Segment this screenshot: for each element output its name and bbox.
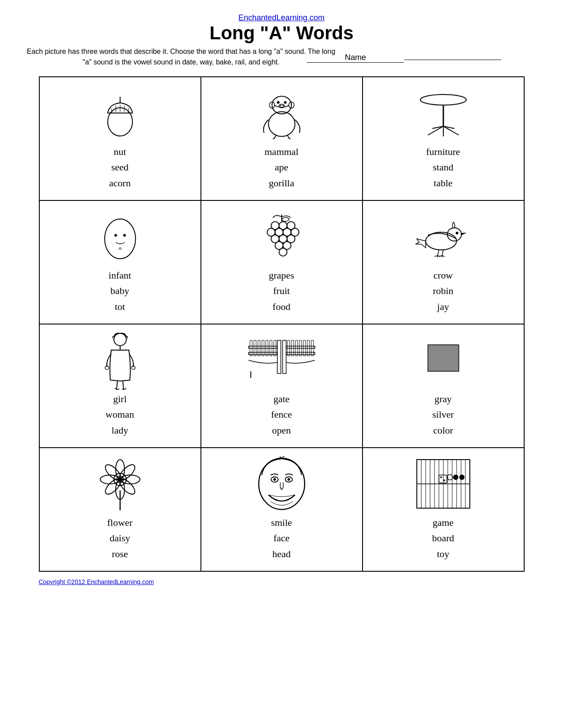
daisy-words: flowerdaisyrose — [107, 515, 132, 562]
svg-line-45 — [442, 250, 443, 256]
svg-point-43 — [456, 232, 458, 234]
svg-point-12 — [280, 105, 281, 106]
baby-image — [98, 210, 142, 263]
gate-words: gatefenceopen — [271, 391, 292, 438]
cell-acorn: nutseedacorn — [39, 77, 201, 200]
game-words: gameboardtoy — [432, 515, 454, 562]
table-image — [417, 87, 470, 140]
cell-face: smilefacehead — [201, 448, 363, 571]
lady-image — [102, 334, 138, 387]
gray-words: graysilvercolor — [432, 391, 454, 438]
svg-point-115 — [443, 479, 445, 481]
gate-image — [246, 334, 317, 387]
svg-point-111 — [453, 475, 458, 480]
svg-point-52 — [114, 333, 126, 346]
svg-point-89 — [103, 462, 123, 482]
cell-gate: gatefenceopen — [201, 324, 363, 448]
grapes-image — [257, 210, 306, 263]
svg-line-51 — [442, 256, 445, 256]
svg-point-42 — [447, 228, 461, 241]
svg-point-16 — [420, 94, 466, 105]
cell-jay: crowrobinjay — [363, 200, 524, 324]
cell-baby: infantbabytot — [39, 200, 201, 324]
cell-ape: mammalapegorilla — [201, 77, 363, 200]
table-words: furniturestandtable — [426, 144, 460, 191]
footer-link[interactable]: Copyright ©2012 EnchantedLearning.com — [39, 578, 154, 585]
instructions: Each picture has three words that descri… — [26, 46, 336, 68]
page-header: EnchantedLearning.com Long "A" Words Eac… — [26, 13, 537, 76]
svg-rect-58 — [249, 346, 277, 348]
svg-point-23 — [105, 219, 136, 259]
jay-image — [415, 210, 472, 263]
svg-point-110 — [447, 475, 453, 480]
svg-line-2 — [116, 106, 116, 112]
svg-rect-59 — [249, 352, 277, 355]
svg-rect-60 — [286, 346, 315, 348]
site-link[interactable]: EnchantedLearning.com — [26, 13, 537, 23]
cell-daisy: flowerdaisyrose — [39, 448, 201, 571]
acorn-image — [100, 87, 140, 140]
svg-point-96 — [287, 478, 290, 481]
svg-point-114 — [440, 476, 442, 478]
svg-rect-80 — [428, 345, 459, 371]
svg-point-13 — [282, 105, 283, 106]
cell-gray: graysilvercolor — [363, 324, 524, 448]
svg-point-10 — [284, 101, 287, 104]
face-words: smilefacehead — [271, 515, 292, 562]
acorn-words: nutseedacorn — [109, 144, 131, 191]
svg-point-112 — [459, 475, 465, 480]
jay-words: crowrobinjay — [433, 268, 453, 314]
word-grid: nutseedacorn — [39, 76, 525, 572]
svg-point-7 — [268, 112, 295, 136]
cell-grapes: grapesfruitfood — [201, 200, 363, 324]
game-image — [415, 457, 472, 510]
cell-game: gameboardtoy — [363, 448, 524, 571]
svg-point-26 — [119, 248, 121, 249]
svg-point-40 — [279, 248, 287, 256]
lady-words: girlwomanlady — [106, 391, 134, 438]
svg-rect-61 — [286, 352, 315, 355]
svg-point-9 — [277, 101, 280, 104]
ape-image — [257, 87, 306, 140]
footer: Copyright ©2012 EnchantedLearning.com — [39, 578, 525, 585]
svg-point-0 — [108, 108, 132, 136]
baby-words: infantbabytot — [109, 268, 131, 314]
svg-line-49 — [439, 256, 442, 256]
svg-line-56 — [117, 381, 117, 389]
svg-rect-113 — [439, 475, 447, 483]
svg-rect-77 — [283, 340, 286, 373]
svg-line-44 — [438, 250, 439, 256]
svg-line-57 — [123, 381, 124, 389]
gray-image — [423, 334, 463, 387]
cell-table: furniturestandtable — [363, 77, 524, 200]
grapes-words: grapesfruitfood — [269, 268, 294, 314]
name-field: Name — [307, 53, 501, 63]
daisy-image — [94, 457, 147, 510]
page-title: Long "A" Words — [26, 23, 537, 44]
cell-lady: girlwomanlady — [39, 324, 201, 448]
svg-rect-76 — [277, 340, 281, 373]
svg-point-24 — [114, 234, 117, 237]
svg-point-25 — [123, 234, 126, 237]
ape-words: mammalapegorilla — [264, 144, 299, 191]
svg-line-4 — [124, 106, 125, 112]
svg-point-95 — [273, 478, 276, 481]
face-image — [255, 457, 308, 510]
svg-line-46 — [435, 256, 438, 256]
